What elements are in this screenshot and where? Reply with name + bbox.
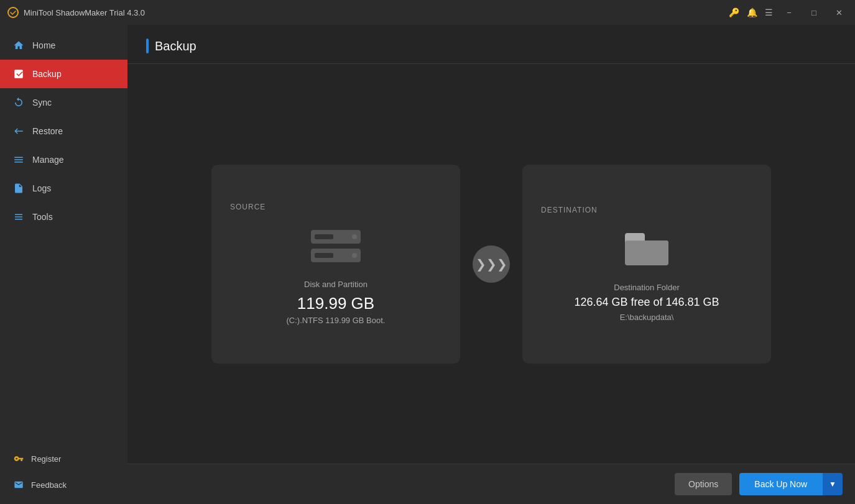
arrow-button[interactable]: ❯❯❯: [473, 245, 510, 283]
backup-now-button[interactable]: Back Up Now: [739, 473, 822, 495]
close-button[interactable]: ✕: [830, 4, 848, 21]
backup-area: SOURCE Disk and Partition 119.99 GB (C:)…: [127, 64, 855, 464]
menu-icon[interactable]: ☰: [765, 7, 773, 17]
sidebar-item-home[interactable]: Home: [0, 31, 127, 60]
key-icon[interactable]: 🔑: [729, 7, 739, 17]
destination-size: 126.64 GB free of 146.81 GB: [574, 296, 719, 309]
options-button[interactable]: Options: [675, 473, 732, 495]
app-logo: MiniTool ShadowMaker Trial 4.3.0: [7, 7, 145, 18]
backup-icon: [12, 68, 25, 80]
logs-icon: [12, 182, 25, 195]
source-detail: (C:).NTFS 119.99 GB Boot.: [287, 316, 386, 325]
disk-slot-2: [311, 249, 361, 262]
sidebar-item-backup[interactable]: Backup: [0, 60, 127, 88]
folder-icon: [625, 233, 668, 265]
disk-slot-1: [311, 230, 361, 244]
backup-now-container: Back Up Now ▼: [739, 473, 843, 495]
page-header: Backup: [127, 25, 855, 64]
destination-path: E:\backupdata\: [620, 313, 674, 322]
tools-icon: [12, 211, 25, 223]
sidebar: Home Backup Sync Restore Manage: [0, 25, 127, 504]
title-bar: MiniTool ShadowMaker Trial 4.3.0 🔑 🔔 ☰ −…: [0, 0, 855, 25]
sidebar-item-logs[interactable]: Logs: [0, 174, 127, 203]
manage-icon: [12, 153, 25, 166]
sidebar-bottom: Register Feedback: [0, 446, 127, 504]
folder-body: [625, 241, 668, 265]
destination-label: DESTINATION: [541, 206, 598, 214]
source-card[interactable]: SOURCE Disk and Partition 119.99 GB (C:)…: [211, 165, 460, 364]
destination-card[interactable]: DESTINATION Destination Folder 126.64 GB…: [522, 165, 771, 364]
source-icon-area: [311, 230, 361, 262]
app-body: Home Backup Sync Restore Manage: [0, 25, 855, 504]
sidebar-item-restore[interactable]: Restore: [0, 117, 127, 145]
source-type: Disk and Partition: [304, 280, 367, 289]
source-label: SOURCE: [230, 203, 266, 211]
notification-icon[interactable]: 🔔: [747, 7, 757, 17]
window-controls: 🔑 🔔 ☰ − □ ✕: [729, 4, 848, 21]
backup-now-dropdown[interactable]: ▼: [822, 473, 843, 495]
disk-icon: [311, 230, 361, 262]
home-icon: [12, 39, 25, 52]
register-icon: [12, 452, 25, 465]
sidebar-item-register[interactable]: Register: [0, 446, 127, 472]
feedback-icon: [12, 479, 25, 491]
title-accent-bar: [146, 39, 149, 53]
restore-icon: [12, 125, 25, 137]
source-size: 119.99 GB: [297, 294, 374, 313]
sidebar-item-feedback[interactable]: Feedback: [0, 472, 127, 498]
svg-point-0: [8, 7, 18, 17]
backup-cards: SOURCE Disk and Partition 119.99 GB (C:)…: [211, 165, 771, 364]
app-title: MiniTool ShadowMaker Trial 4.3.0: [24, 8, 145, 17]
main-content: Backup SOURCE Disk and Partition 119.99 …: [127, 25, 855, 504]
sidebar-item-sync[interactable]: Sync: [0, 88, 127, 117]
sync-icon: [12, 96, 25, 109]
sidebar-item-tools[interactable]: Tools: [0, 203, 127, 231]
minimize-button[interactable]: −: [780, 4, 798, 21]
maximize-button[interactable]: □: [805, 4, 823, 21]
page-title: Backup: [146, 39, 836, 53]
destination-icon-area: [625, 233, 668, 265]
destination-type: Destination Folder: [614, 283, 680, 292]
sidebar-item-manage[interactable]: Manage: [0, 145, 127, 174]
bottom-bar: Options Back Up Now ▼: [127, 464, 855, 504]
